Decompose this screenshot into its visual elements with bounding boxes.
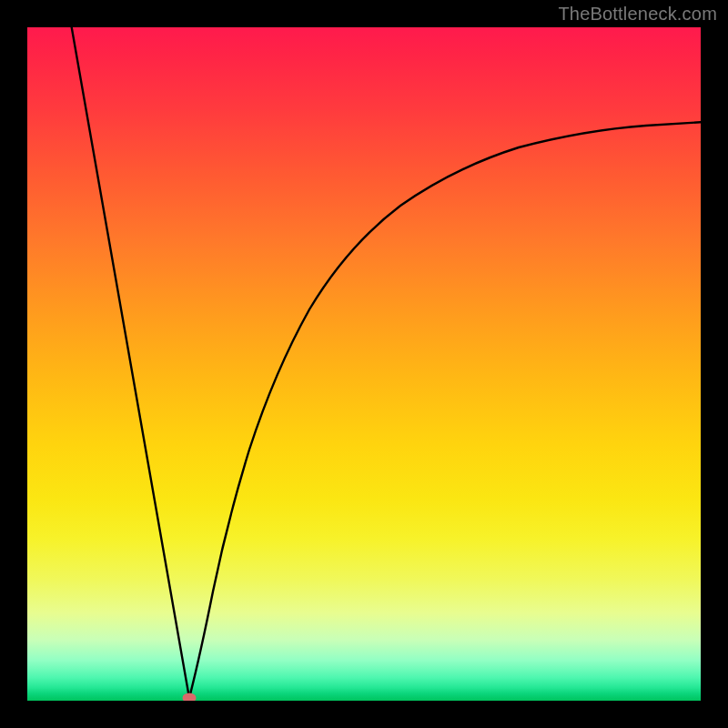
bottleneck-curve: [27, 27, 701, 701]
watermark-text: TheBottleneck.com: [558, 4, 717, 25]
minimum-marker: [183, 693, 197, 702]
curve-right-limb: [189, 122, 701, 698]
curve-left-limb: [71, 27, 189, 698]
plot-area: [27, 27, 701, 701]
chart-frame: TheBottleneck.com: [0, 0, 728, 728]
